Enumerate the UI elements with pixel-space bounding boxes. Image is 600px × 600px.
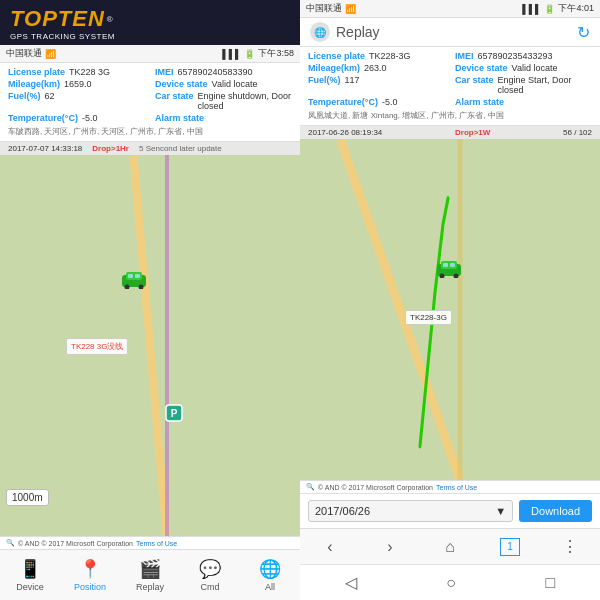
terms-link-right[interactable]: Terms of Use (436, 484, 477, 491)
copyright-text-right: © AND © 2017 Microsoft Corporation (318, 484, 433, 491)
topten-logo-text: TOPTEN (10, 6, 105, 32)
device-icon: 📱 (19, 558, 41, 580)
map-area-left: TK228 3G没线 P 1000m (0, 155, 300, 536)
r-fuel-label: Fuel(%) (308, 75, 341, 95)
right-status-left: 中国联通 📶 (306, 2, 356, 15)
car-label-right: TK228-3G (405, 310, 452, 325)
r-fuel-row: Fuel(%) 117 (308, 75, 445, 95)
r-car-state-row: Car state Engine Start, Door closed (455, 75, 592, 95)
signal-left: ▌▌▌ (222, 49, 241, 59)
download-button[interactable]: Download (519, 500, 592, 522)
car-label-left: TK228 3G没线 (66, 338, 128, 355)
waypoint-marker: P (165, 404, 183, 422)
fuel-row: Fuel(%) 62 (8, 91, 145, 111)
nav-back[interactable]: ‹ (300, 533, 360, 560)
bottom-nav-right: ‹ › ⌂ 1 ⋮ (300, 528, 600, 564)
android-home-icon[interactable]: ○ (426, 570, 476, 596)
nav-replay-label: Replay (136, 582, 164, 592)
r-imei-value: 657890235433293 (478, 51, 553, 61)
address-right: 凤凰城大道, 新塘 Xintang, 增城区, 广州市, 广东省, 中国 (308, 110, 592, 121)
right-status-right: ▌▌▌ 🔋 下午4:01 (522, 2, 594, 15)
bing-icon-left: 🔍 (6, 539, 15, 547)
svg-rect-15 (443, 263, 448, 267)
carrier-right: 中国联通 (306, 2, 342, 15)
alarm-row: Alarm state (155, 113, 292, 123)
left-status-bar: 中国联通 📶 ▌▌▌ 🔋 下午3:58 (0, 45, 300, 63)
map-area-right: TK228-3G (300, 139, 600, 480)
temp-label: Temperature(°C) (8, 113, 78, 123)
carrier-left: 中国联通 (6, 47, 42, 60)
android-nav-right: ◁ ○ □ (300, 564, 600, 600)
zoom-control-left: 1000m (6, 489, 49, 506)
drop-badge-left: Drop>1Hr (92, 144, 129, 153)
bottom-nav-left: 📱 Device 📍 Position 🎬 Replay 💬 Cmd 🌐 All (0, 549, 300, 600)
terms-link-left[interactable]: Terms of Use (136, 540, 177, 547)
date-bar: 2017/06/26 ▼ Download (300, 493, 600, 528)
topten-header: TOPTEN ® GPS TRACKING SYSTEM (0, 0, 300, 45)
replay-title-container: 🌐 Replay (310, 22, 380, 42)
svg-rect-4 (128, 274, 133, 278)
refresh-icon[interactable]: ↻ (577, 23, 590, 42)
nav-cmd-label: Cmd (200, 582, 219, 592)
license-value: TK228 3G (69, 67, 110, 77)
device-state-label: Device state (155, 79, 208, 89)
car-marker-left (120, 269, 144, 289)
status-bar-right: ▌▌▌ 🔋 下午3:58 (222, 47, 294, 60)
r-device-state-row: Device state Valid locate (455, 63, 592, 73)
r-temp-label: Temperature(°C) (308, 97, 378, 107)
r-temp-value: -5.0 (382, 97, 398, 107)
nav-home-right[interactable]: ⌂ (420, 533, 480, 560)
nav-forward[interactable]: › (360, 533, 420, 560)
license-row: License plate TK228 3G (8, 67, 145, 77)
nav-page[interactable]: 1 (480, 533, 540, 560)
r-imei-label: IMEI (455, 51, 474, 61)
car-marker-right (435, 258, 463, 282)
replay-title-text: Replay (336, 24, 380, 40)
r-license-label: License plate (308, 51, 365, 61)
android-recent-icon[interactable]: □ (526, 570, 576, 596)
address-left: 车陂西路, 天河区, 广州市, 天河区, 广州市, 广东省, 中国 (8, 126, 292, 137)
nav-device-label: Device (16, 582, 44, 592)
nav-replay[interactable]: 🎬 Replay (120, 554, 180, 596)
nav-position-label: Position (74, 582, 106, 592)
r-alarm-row: Alarm state (455, 97, 592, 107)
r-car-state-label: Car state (455, 75, 494, 95)
r-device-state-value: Valid locate (512, 63, 558, 73)
replay-header: 🌐 Replay ↻ (300, 18, 600, 47)
left-info-panel: License plate TK228 3G IMEI 657890240583… (0, 63, 300, 142)
nav-position[interactable]: 📍 Position (60, 554, 120, 596)
r-mileage-value: 263.0 (364, 63, 387, 73)
alarm-label: Alarm state (155, 113, 204, 123)
nav-device[interactable]: 📱 Device (0, 554, 60, 596)
right-info-panel: License plate TK228-3G IMEI 657890235433… (300, 47, 600, 126)
car-state-value: Engine shutdown, Door closed (198, 91, 292, 111)
nav-cmd[interactable]: 💬 Cmd (180, 554, 240, 596)
android-back-icon[interactable]: ◁ (325, 569, 377, 596)
r-fuel-value: 117 (345, 75, 360, 95)
home-icon: ⌂ (445, 538, 455, 556)
map-copyright-left: 🔍 © AND © 2017 Microsoft Corporation Ter… (0, 536, 300, 549)
wifi-icon-right: 📶 (345, 4, 356, 14)
nav-more[interactable]: ⋮ (540, 533, 600, 560)
right-status-bar: 中国联通 📶 ▌▌▌ 🔋 下午4:01 (300, 0, 600, 18)
map-time-bar-right: 2017-06-26 08:19:34 Drop>1W 56 / 102 (300, 126, 600, 139)
nav-all-label: All (265, 582, 275, 592)
svg-text:P: P (171, 408, 178, 419)
r-mileage-row: Mileage(km) 263.0 (308, 63, 445, 73)
license-label: License plate (8, 67, 65, 77)
right-phone: 中国联通 📶 ▌▌▌ 🔋 下午4:01 🌐 Replay ↻ License p… (300, 0, 600, 600)
position-icon: 📍 (79, 558, 101, 580)
topten-subtitle: GPS TRACKING SYSTEM (10, 32, 290, 41)
r-imei-row: IMEI 657890235433293 (455, 51, 592, 61)
nav-all[interactable]: 🌐 All (240, 554, 300, 596)
battery-right: 🔋 (544, 4, 555, 14)
car-state-row: Car state Engine shutdown, Door closed (155, 91, 292, 111)
temp-value: -5.0 (82, 113, 98, 123)
mileage-label: Mileage(km) (8, 79, 60, 89)
status-bar-left: 中国联通 📶 (6, 47, 56, 60)
replay-icon: 🎬 (139, 558, 161, 580)
date-selector[interactable]: 2017/06/26 ▼ (308, 500, 513, 522)
imei-row: IMEI 657890240583390 (155, 67, 292, 77)
time-right: 下午4:01 (558, 2, 594, 15)
bing-icon-right: 🔍 (306, 483, 315, 491)
